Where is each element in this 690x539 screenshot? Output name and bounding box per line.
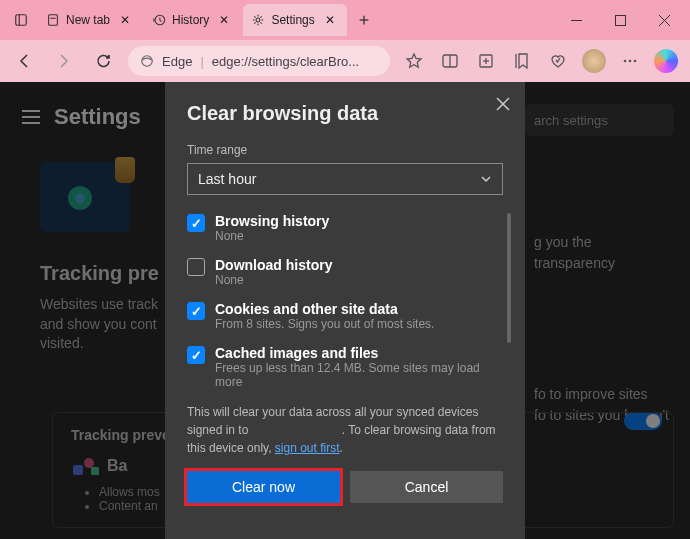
svg-point-21 [634,60,637,63]
url-brand: Edge [162,54,192,69]
dialog-close-button[interactable] [491,92,515,116]
check-title: Download history [215,257,332,273]
checkbox-cookies[interactable] [187,302,205,320]
chevron-down-icon [480,173,492,185]
check-sub: Frees up less than 12.4 MB. Some sites m… [215,361,503,389]
close-icon[interactable]: ✕ [321,11,339,29]
check-title: Cookies and other site data [215,301,434,317]
check-title: Cached images and files [215,345,503,361]
cancel-button[interactable]: Cancel [350,471,503,503]
time-range-label: Time range [187,143,503,157]
address-input[interactable]: Edge | edge://settings/clearBro... [128,46,390,76]
tab-history[interactable]: History ✕ [144,4,241,36]
tab-settings[interactable]: Settings ✕ [243,4,346,36]
copilot-button[interactable] [650,45,682,77]
select-value: Last hour [198,171,256,187]
checkbox-browsing-history[interactable] [187,214,205,232]
scrollbar[interactable] [507,213,511,343]
close-icon[interactable]: ✕ [215,11,233,29]
edge-icon [140,54,154,68]
minimize-button[interactable] [554,4,598,36]
tab-actions-button[interactable] [4,4,38,36]
check-sub: None [215,229,329,243]
addressbar: Edge | edge://settings/clearBro... [0,40,690,82]
svg-point-12 [142,56,153,67]
svg-rect-2 [49,15,58,26]
check-sub: From 8 sites. Signs you out of most site… [215,317,434,331]
svg-rect-0 [16,15,27,26]
copilot-icon [654,49,678,73]
refresh-button[interactable] [88,45,120,77]
time-range-select[interactable]: Last hour [187,163,503,195]
heart-button[interactable] [542,45,574,77]
gear-icon [251,13,265,27]
dialog-title: Clear browsing data [187,102,503,125]
sync-notice: This will clear your data across all you… [187,403,503,457]
checkbox-cached[interactable] [187,346,205,364]
svg-rect-9 [615,15,625,25]
history-icon [152,13,166,27]
maximize-button[interactable] [598,4,642,36]
tab-newtab[interactable]: New tab ✕ [38,4,142,36]
window-close-button[interactable] [642,4,686,36]
check-sub: None [215,273,332,287]
url-text: edge://settings/clearBro... [212,54,359,69]
sign-out-link[interactable]: sign out first [275,441,340,455]
clear-now-button[interactable]: Clear now [187,471,340,503]
clear-browsing-data-dialog: Clear browsing data Time range Last hour… [165,82,525,539]
close-icon[interactable]: ✕ [116,11,134,29]
settings-page: Settings arch settings Tracking pre Webs… [0,82,690,539]
svg-point-20 [629,60,632,63]
collections-button[interactable] [470,45,502,77]
svg-point-19 [624,60,627,63]
favorite-button[interactable] [398,45,430,77]
tab-label: History [172,13,209,27]
favorites-list-button[interactable] [506,45,538,77]
new-tab-button[interactable] [349,5,379,35]
svg-point-5 [256,18,260,22]
check-title: Browsing history [215,213,329,229]
tab-label: New tab [66,13,110,27]
forward-button[interactable] [48,45,80,77]
avatar [582,49,606,73]
back-button[interactable] [8,45,40,77]
split-button[interactable] [434,45,466,77]
tab-label: Settings [271,13,314,27]
profile-button[interactable] [578,45,610,77]
document-icon [46,13,60,27]
checkbox-download-history[interactable] [187,258,205,276]
titlebar: New tab ✕ History ✕ Settings ✕ [0,0,690,40]
more-button[interactable] [614,45,646,77]
